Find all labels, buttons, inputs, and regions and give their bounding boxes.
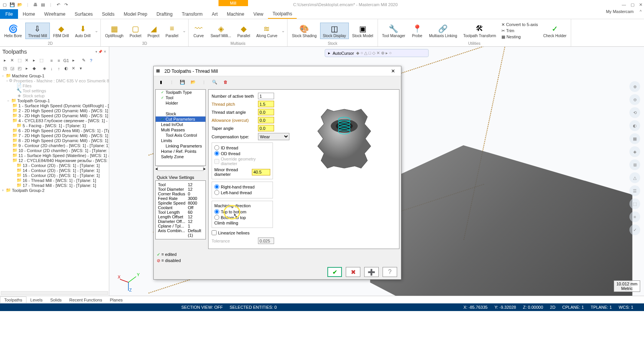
tree-row[interactable]: 📁10 - Contour (2D chamfer) - [WCS: 1] - … — [1, 148, 108, 153]
dlg-tree-item[interactable]: Linking Parameters — [156, 143, 205, 149]
dlg-tree-item[interactable]: Planes — [156, 165, 205, 166]
dlg-tree-item[interactable]: Limits — [156, 138, 205, 143]
dtb-save-icon[interactable]: 💾 — [178, 78, 187, 86]
tab-art[interactable]: Art — [207, 9, 222, 19]
tree-row[interactable]: 📁17 - Thread Mill - [WCS: 1] - [Tplane: … — [1, 183, 108, 188]
tree-row[interactable]: 📁1 - Surface High Speed (Dynamic OptiRou… — [1, 103, 108, 108]
undo-icon[interactable]: ↶ — [55, 2, 61, 8]
rbtn-fbm-drill[interactable]: ◆FBM Drill — [51, 23, 72, 39]
rbtn-multiaxis-linking[interactable]: 🔗Multiaxis Linking — [426, 23, 460, 39]
btab-toolpaths[interactable]: Toolpaths — [0, 296, 26, 303]
rbtn-pocket[interactable]: ▢Pocket — [127, 23, 144, 39]
tree-row[interactable]: 📁9 - Contour (2D chamfer) - [WCS: 1] - [… — [1, 143, 108, 148]
dtb-zoom-icon[interactable]: 🔍 — [210, 78, 219, 86]
tree-row[interactable]: 📁3 - 2D High Speed (2D Dynamic Mill) - [… — [1, 113, 108, 118]
tree-row[interactable]: 📁8 - 2D High Speed (2D Dynamic Mill) - [… — [1, 138, 108, 143]
tree-row[interactable]: −📁Machine Group-1 — [1, 73, 108, 78]
rbtn-along-curve[interactable]: ≋Along Curve — [253, 23, 280, 39]
tab-machine[interactable]: Machine — [222, 9, 249, 19]
rbtn-parallel-mx[interactable]: ◆Parallel — [235, 23, 253, 39]
dlg-tree-item[interactable] — [156, 159, 205, 165]
tab-surfaces[interactable]: Surfaces — [70, 9, 97, 19]
dlg-tree-item[interactable]: Stock — [156, 111, 205, 116]
rbtn-stock-display[interactable]: ◫Stock Display — [320, 23, 349, 39]
tree-row[interactable]: 📁5 - Facing - [WCS: 1] - [Tplane: 1] — [1, 123, 108, 128]
open-icon[interactable]: 📂 — [17, 2, 23, 8]
ribbon-help-icon[interactable]: ^ — [637, 9, 644, 19]
rbtn-parallel-3d[interactable]: ≡Parallel — [163, 23, 181, 39]
rbtn-project[interactable]: ◢Project — [145, 23, 162, 39]
tree-row[interactable]: ◈Stock setup — [1, 93, 108, 98]
rbtn-swarf[interactable]: ◈Swarf Milli... — [208, 23, 234, 39]
rbtn-check-holder[interactable]: ✓Check Holder — [540, 23, 569, 39]
rbtn-nesting[interactable]: ▦Nesting — [500, 34, 539, 40]
dialog-add-button[interactable]: ➕ — [364, 267, 379, 277]
input-start-angle[interactable] — [258, 109, 274, 115]
input-taper[interactable] — [258, 125, 274, 131]
prop-icon[interactable]: ▤ — [40, 2, 46, 8]
status-2d[interactable]: 2D — [550, 305, 555, 310]
status-wcs[interactable]: WCS: 1 — [619, 305, 633, 310]
rbtn-curve[interactable]: 〰Curve — [190, 23, 207, 39]
status-cplane[interactable]: CPLANE: 1 — [562, 305, 584, 310]
dlg-tree-item[interactable]: Holder — [156, 100, 205, 106]
rbtn-convert-5axis[interactable]: ✕Convert to 5-axis — [500, 22, 539, 28]
tab-view[interactable]: View — [249, 9, 268, 19]
check-linearize[interactable] — [212, 230, 217, 235]
rbtn-probe[interactable]: 📍Probe — [409, 23, 426, 39]
dlg-tree-item[interactable]: ✓Cut Parameters — [156, 116, 205, 122]
dtb-run-icon[interactable]: ▮ — [157, 78, 165, 86]
dialog-param-tree[interactable]: ✓Toolpath Type✓ToolHolder Stock✓Cut Para… — [155, 89, 206, 166]
tree-row[interactable]: 📁11 - Surface High Speed (Waterline) - [… — [1, 153, 108, 158]
input-allowance[interactable] — [258, 117, 274, 123]
close-icon[interactable]: ✕ — [639, 2, 642, 7]
input-teeth[interactable] — [258, 93, 274, 99]
file-tab[interactable]: File — [0, 9, 18, 19]
tree-row[interactable]: 📁7 - 2D High Speed (2D Dynamic Mill) - [… — [1, 133, 108, 138]
btab-recent[interactable]: Recent Functions — [66, 297, 106, 303]
dialog-close-icon[interactable]: ✕ — [387, 68, 399, 74]
radio-right-hand[interactable] — [214, 184, 219, 189]
input-pitch[interactable] — [258, 101, 274, 107]
dlg-tree-item[interactable]: ✓Toolpath Type — [156, 90, 205, 95]
tree-row[interactable]: 📁14 - Contour (2D) - [WCS: 1] - [Tplane:… — [1, 168, 108, 173]
tab-modelprep[interactable]: Model Prep — [119, 9, 152, 19]
btab-planes[interactable]: Planes — [106, 297, 127, 303]
dlg-tree-item[interactable]: Multi Passes — [156, 127, 205, 133]
rbtn-stock-shading[interactable]: 🎨Stock Shading — [289, 23, 319, 39]
input-minor-diameter[interactable] — [252, 169, 270, 175]
tree-row[interactable]: 📁2 - 2D High Speed (2D Dynamic Mill) - [… — [1, 108, 108, 113]
tree-row[interactable]: 📁12 - CYCLE84/840 Нарезание резьбы - [WC… — [1, 158, 108, 163]
rbtn-helix-bore[interactable]: 🌀Helix Bore — [2, 23, 25, 39]
tree-row[interactable]: +📁Toolpath Group-2 — [1, 188, 108, 193]
dlg-tree-item[interactable]: Lead In/Out — [156, 122, 205, 127]
dtb-del-icon[interactable]: 🗑 — [221, 78, 230, 86]
tab-drafting[interactable]: Drafting — [152, 9, 177, 19]
maximize-icon[interactable]: ▢ — [631, 2, 634, 7]
radio-od-thread[interactable] — [214, 151, 219, 156]
dtb-load-icon[interactable]: 📂 — [189, 78, 197, 86]
status-tplane[interactable]: TPLANE: 1 — [591, 305, 612, 310]
radio-id-thread[interactable] — [214, 145, 219, 150]
tree-row[interactable]: 📁13 - Contour (2D) - [WCS: 1] - [Tplane:… — [1, 163, 108, 168]
dialog-help-button[interactable]: ? — [383, 267, 397, 277]
tree-row[interactable]: 📁16 - Thread Mill - [WCS: 1] - [Tplane: … — [1, 178, 108, 183]
tree-row[interactable]: 📄Files — [1, 83, 108, 88]
autocursor-bar[interactable]: ▸ AutoCursor ◆ ○ △ □ ◇ ✕ ⊕ ▸ ○ — [325, 49, 429, 57]
context-tab[interactable]: Mill — [219, 0, 248, 6]
minimize-icon[interactable]: — — [622, 2, 626, 7]
btab-levels[interactable]: Levels — [26, 297, 46, 303]
tree-row[interactable]: 📁6 - 2D High Speed (2D Area Mill) - [WCS… — [1, 128, 108, 133]
select-comp-type[interactable]: Wear — [258, 133, 289, 140]
toolpaths-tree[interactable]: −📁Machine Group-1−⚙Properties - Machine … — [0, 72, 109, 290]
dlg-tree-item[interactable]: Safety Zone — [156, 154, 205, 159]
radio-left-hand[interactable] — [214, 190, 219, 195]
rbtn-trim[interactable]: ✂Trim — [500, 28, 539, 34]
tab-home[interactable]: Home — [18, 9, 39, 19]
redo-icon[interactable]: ↷ — [63, 2, 69, 8]
rbtn-optirough[interactable]: ▦OptiRough — [102, 23, 126, 39]
rbtn-toolpath-transform[interactable]: 🛠Toolpath Transform — [461, 23, 499, 39]
dlg-tree-item[interactable]: Tool Axis Control — [156, 133, 205, 138]
radio-bottom-to-top[interactable] — [214, 215, 219, 220]
btab-solids[interactable]: Solids — [46, 297, 66, 303]
